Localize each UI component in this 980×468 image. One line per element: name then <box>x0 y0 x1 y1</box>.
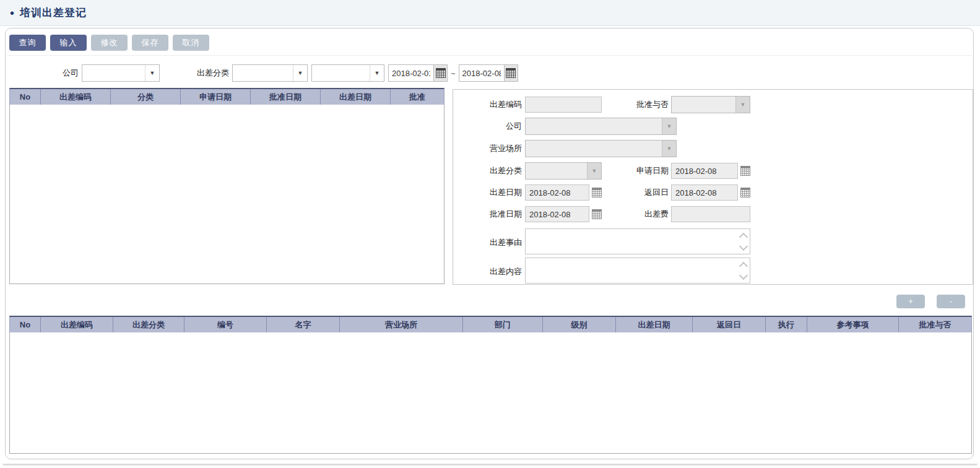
calendar-icon <box>740 188 750 197</box>
col-header-trip-date: 出差日期 <box>321 89 391 105</box>
date-from-input[interactable] <box>388 64 433 82</box>
calendar-icon <box>592 188 602 197</box>
detail-grid-body[interactable] <box>9 332 972 454</box>
return-date-label: 返回日 <box>604 187 671 198</box>
trip-type-filter-label: 出差分类 <box>197 67 229 79</box>
cancel-button: 取消 <box>173 35 209 51</box>
col-header-return-date: 返回日 <box>693 317 766 332</box>
calendar-icon <box>436 68 446 78</box>
approved-select: ▼ <box>671 96 750 113</box>
col-header-no: No <box>10 317 41 332</box>
col-header-emp-no: 编号 <box>184 317 267 332</box>
master-grid: No 出差编码 分类 申请日期 批准日期 出差日期 批准 <box>9 88 444 284</box>
page-bottom-divider <box>2 464 978 466</box>
form-row: 营业场所 ▼ <box>453 140 973 157</box>
page-title: 培训出差登记 <box>20 6 87 20</box>
approve-date-label: 批准日期 <box>453 209 525 220</box>
business-place-label: 营业场所 <box>453 143 525 154</box>
return-date-input <box>671 184 738 201</box>
trip-reason-textarea[interactable] <box>525 228 750 254</box>
chevron-down-icon: ▼ <box>735 97 750 113</box>
company-filter-label: 公司 <box>63 67 79 79</box>
chevron-down-icon: ▼ <box>587 163 601 179</box>
form-row: 出差编码 批准与否 ▼ <box>453 96 973 113</box>
trip-reason-label: 出差事由 <box>453 237 525 248</box>
apply-date-input <box>671 163 738 179</box>
trip-subtype-filter-select[interactable]: ▼ <box>311 64 384 82</box>
date-to-calendar-button[interactable] <box>504 64 518 82</box>
master-grid-body[interactable] <box>9 105 444 284</box>
col-header-trip-code: 出差编码 <box>41 317 113 332</box>
calendar-icon <box>740 166 750 176</box>
approve-date-input <box>525 206 589 222</box>
col-header-trip-code: 出差编码 <box>41 89 111 105</box>
form-row: 出差分类 ▼ 申请日期 <box>453 162 973 180</box>
trip-code-input <box>525 97 602 113</box>
detail-grid-header: No 出差编码 出差分类 编号 名字 营业场所 部门 级别 出差日期 返回日 执… <box>9 316 972 332</box>
bullet-icon: • <box>10 7 14 19</box>
chevron-down-icon: ▼ <box>370 65 384 81</box>
col-header-apply-date: 申请日期 <box>181 89 251 105</box>
trip-type-label: 出差分类 <box>453 165 525 176</box>
trip-content-label: 出差内容 <box>453 266 525 277</box>
col-header-category: 分类 <box>111 89 181 105</box>
col-header-trip-type: 出差分类 <box>113 317 184 332</box>
trip-form: 出差编码 批准与否 ▼ 公司 ▼ 营业场所 <box>453 89 973 285</box>
trip-type-filter-select[interactable]: ▼ <box>232 64 308 82</box>
form-row: 出差日期 返回日 <box>453 184 973 201</box>
date-from-calendar-button[interactable] <box>433 64 448 82</box>
col-header-level: 级别 <box>543 317 616 332</box>
date-to-group <box>459 64 518 82</box>
input-button[interactable]: 输入 <box>50 35 87 51</box>
col-header-no: No <box>10 89 41 105</box>
chevron-down-icon: ▼ <box>293 65 307 81</box>
col-header-business-place: 营业场所 <box>340 317 463 332</box>
form-row: 批准日期 出差费 <box>453 206 973 222</box>
form-row: 出差内容 <box>453 258 973 285</box>
remove-row-button[interactable]: - <box>937 295 965 308</box>
calendar-icon <box>506 68 516 78</box>
company-filter-select[interactable]: ▼ <box>82 64 160 82</box>
company-label: 公司 <box>453 121 525 132</box>
toolbar-separator <box>7 55 972 56</box>
col-header-execute: 执行 <box>766 317 807 332</box>
form-row: 出差事由 <box>453 228 973 256</box>
trip-code-label: 出差编码 <box>453 99 525 110</box>
toolbar: 查询 输入 修改 保存 取消 <box>9 35 209 51</box>
page-header: • 培训出差登记 <box>0 0 980 26</box>
col-header-department: 部门 <box>463 317 543 332</box>
approved-label: 批准与否 <box>604 99 671 110</box>
chevron-down-icon: ▼ <box>662 141 676 157</box>
col-header-remarks: 参考事项 <box>807 317 899 332</box>
form-row: 公司 ▼ <box>453 118 973 135</box>
modify-button: 修改 <box>91 35 128 51</box>
col-header-trip-date: 出差日期 <box>616 317 693 332</box>
trip-expense-input <box>671 206 750 222</box>
chevron-down-icon: ▼ <box>662 118 676 134</box>
filter-bar: 公司 ▼ 出差分类 ▼ ▼ ~ <box>6 63 973 83</box>
trip-date-input <box>525 184 589 201</box>
apply-date-label: 申请日期 <box>604 165 671 176</box>
detail-grid: No 出差编码 出差分类 编号 名字 营业场所 部门 级别 出差日期 返回日 执… <box>9 316 972 454</box>
master-grid-header: No 出差编码 分类 申请日期 批准日期 出差日期 批准 <box>9 88 444 105</box>
date-range-separator: ~ <box>451 69 456 78</box>
trip-content-textarea[interactable] <box>525 258 750 284</box>
col-header-name: 名字 <box>267 317 340 332</box>
save-button: 保存 <box>132 35 168 51</box>
col-header-approved: 批准与否 <box>899 317 971 332</box>
calendar-icon <box>592 209 602 219</box>
trip-expense-label: 出差费 <box>604 209 671 220</box>
date-from-group <box>388 64 448 82</box>
col-header-approve-date: 批准日期 <box>251 89 321 105</box>
main-panel: 查询 输入 修改 保存 取消 公司 ▼ 出差分类 ▼ ▼ ~ <box>5 28 974 459</box>
col-header-approve: 批准 <box>391 89 444 105</box>
business-place-select: ▼ <box>525 140 677 157</box>
trip-date-label: 出差日期 <box>453 187 525 198</box>
company-select: ▼ <box>525 118 677 135</box>
query-button[interactable]: 查询 <box>9 35 46 51</box>
add-row-button[interactable]: + <box>896 295 925 308</box>
date-to-input[interactable] <box>459 64 504 82</box>
trip-type-select: ▼ <box>525 162 602 180</box>
chevron-down-icon: ▼ <box>145 65 159 81</box>
